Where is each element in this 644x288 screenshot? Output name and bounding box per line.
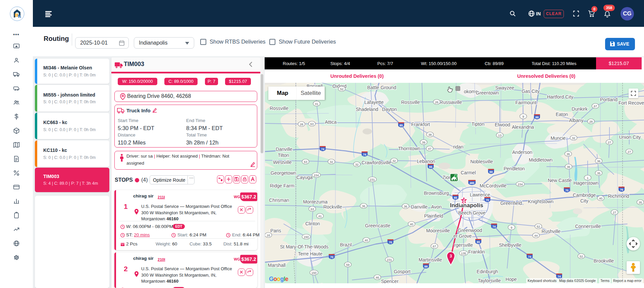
svg-text:9: 9 [511, 226, 512, 229]
svg-text:52: 52 [340, 88, 343, 91]
svg-text:70: 70 [565, 189, 569, 192]
svg-text:36: 36 [567, 165, 570, 169]
svg-text:36: 36 [597, 160, 600, 163]
svg-text:38: 38 [428, 133, 432, 136]
svg-text:74: 74 [528, 255, 531, 258]
svg-text:27: 27 [628, 150, 631, 154]
svg-text:74: 74 [321, 148, 324, 151]
svg-text:69: 69 [424, 265, 428, 268]
svg-text:70: 70 [620, 188, 623, 191]
svg-text:27: 27 [613, 211, 616, 214]
svg-text:36: 36 [362, 205, 365, 208]
svg-text:40: 40 [599, 197, 602, 200]
svg-text:26: 26 [435, 101, 438, 104]
svg-text:32: 32 [392, 159, 396, 163]
svg-text:9: 9 [522, 115, 524, 118]
svg-text:44: 44 [534, 234, 538, 237]
svg-text:65: 65 [454, 196, 457, 199]
svg-text:3: 3 [450, 254, 452, 258]
svg-text:70: 70 [389, 241, 392, 244]
svg-text:74: 74 [492, 225, 496, 228]
svg-text:74: 74 [363, 153, 366, 156]
svg-text:36: 36 [404, 205, 407, 208]
svg-text:41: 41 [315, 102, 318, 106]
svg-text:231: 231 [370, 178, 375, 181]
svg-text:465: 465 [470, 181, 474, 185]
svg-text:40: 40 [365, 239, 368, 242]
svg-text:135: 135 [461, 252, 466, 255]
svg-text:4: 4 [463, 198, 465, 203]
svg-text:59: 59 [346, 263, 350, 267]
svg-text:52: 52 [537, 225, 540, 228]
svg-text:52: 52 [580, 255, 583, 258]
svg-text:47: 47 [428, 147, 431, 151]
svg-text:69: 69 [489, 170, 493, 174]
svg-text:231: 231 [387, 258, 392, 262]
svg-text:32: 32 [572, 136, 575, 140]
svg-text:39: 39 [422, 141, 425, 144]
svg-text:65: 65 [399, 124, 403, 127]
svg-text:234: 234 [314, 174, 319, 177]
svg-text:32: 32 [330, 160, 333, 164]
svg-text:150: 150 [304, 235, 309, 239]
svg-text:63: 63 [304, 160, 307, 164]
svg-text:74: 74 [557, 275, 561, 278]
svg-text:69: 69 [535, 116, 539, 119]
svg-text:65: 65 [477, 240, 480, 244]
svg-text:234: 234 [518, 183, 523, 186]
svg-text:63: 63 [311, 208, 314, 211]
svg-text:150: 150 [311, 271, 316, 275]
svg-text:16: 16 [267, 234, 270, 237]
svg-text:67: 67 [594, 105, 597, 108]
svg-text:65: 65 [429, 165, 432, 169]
svg-text:70: 70 [330, 255, 333, 259]
svg-text:35: 35 [639, 201, 642, 204]
svg-text:35: 35 [597, 172, 600, 175]
svg-text:70: 70 [486, 198, 489, 202]
svg-text:41: 41 [318, 215, 322, 218]
svg-text:13: 13 [498, 134, 501, 137]
svg-text:32: 32 [355, 163, 359, 166]
svg-text:46: 46 [376, 276, 379, 279]
svg-text:28: 28 [589, 120, 593, 123]
svg-text:40: 40 [410, 223, 413, 226]
svg-text:35: 35 [567, 153, 570, 156]
svg-text:1: 1 [587, 176, 588, 180]
svg-text:28: 28 [300, 123, 303, 126]
svg-text:67: 67 [433, 245, 436, 248]
svg-text:63: 63 [310, 122, 314, 126]
svg-text:27: 27 [608, 141, 611, 144]
